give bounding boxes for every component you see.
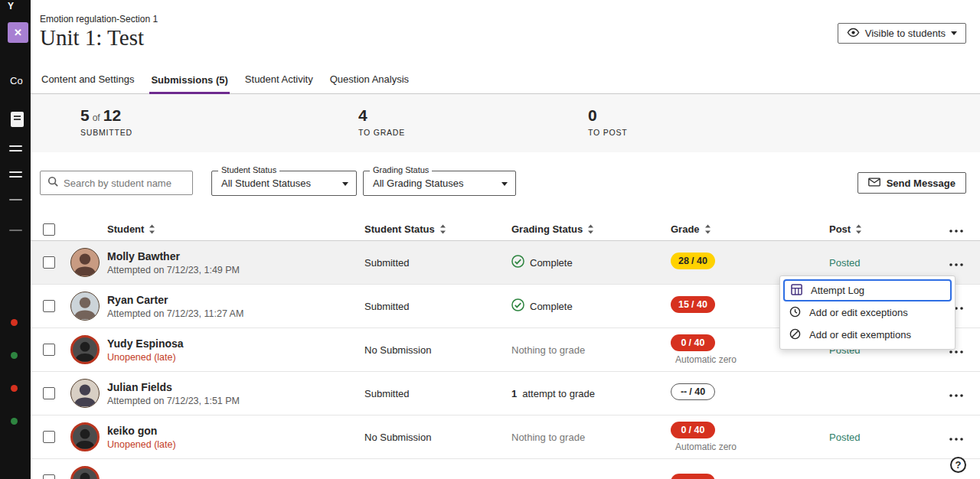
avatar (70, 335, 100, 364)
clock-icon (789, 306, 801, 320)
page-title: Unit 1: Test (40, 25, 144, 51)
grading-status-label: Nothing to grade (511, 344, 585, 356)
avatar (70, 379, 100, 408)
student-cell: Ryan Carter Attempted on 7/12/23, 11:27 … (107, 294, 364, 319)
student-cell: keiko gon Unopened (late) (107, 425, 364, 450)
sort-icon (149, 224, 155, 234)
sort-grading-status[interactable]: Grading Status (511, 223, 665, 235)
table-menu-button[interactable] (945, 220, 968, 238)
sort-icon (855, 224, 862, 234)
grade-pill[interactable] (671, 474, 715, 479)
post-status[interactable]: Posted (829, 257, 913, 269)
grade-header-label: Grade (671, 223, 700, 235)
search-icon (47, 176, 58, 190)
status-dot-green (11, 418, 18, 425)
grading-status-select-label: Grading Status (370, 165, 432, 174)
grading-status-select[interactable]: Grading Status All Grading Statuses (363, 171, 516, 196)
assessment-panel: Emotion regulation-Section 1 Unit 1: Tes… (31, 0, 980, 479)
close-icon: ✕ (14, 27, 22, 38)
menu-lines-icon (9, 171, 22, 173)
student-cell: Yudy Espinosa Unopened (late) (107, 337, 364, 363)
grade-value: 0 (681, 337, 687, 348)
avatar (70, 422, 100, 451)
row-menu-button[interactable] (945, 428, 968, 446)
row-checkbox[interactable] (43, 256, 55, 269)
row-menu-button[interactable] (945, 254, 968, 272)
menu-lines-icon (9, 145, 22, 147)
student-name[interactable]: Molly Bawther (107, 250, 364, 262)
post-status[interactable]: Posted (829, 432, 913, 443)
sort-student[interactable]: Student (107, 223, 364, 235)
row-checkbox[interactable] (43, 387, 55, 399)
grade-cell (665, 471, 829, 479)
grade-pill[interactable]: --/ 40 (671, 383, 715, 400)
grade-note: Automatic zero (671, 354, 829, 365)
student-status-select[interactable]: Student Status All Student Statuses (211, 171, 357, 196)
submitted-count: 5 (80, 106, 90, 125)
sort-student-status[interactable]: Student Status (364, 223, 511, 235)
sort-icon (587, 224, 594, 234)
row-checkbox[interactable] (43, 474, 55, 479)
grade-pill[interactable]: 15/ 40 (671, 296, 715, 313)
visibility-button[interactable]: Visible to students (838, 23, 966, 44)
close-panel-button[interactable]: ✕ (8, 22, 28, 43)
avatar (70, 248, 100, 277)
menu-item-exemptions[interactable]: Add or edit exemptions (783, 324, 952, 346)
table-row[interactable] (31, 459, 980, 479)
grading-status-label: Complete (530, 301, 573, 312)
student-name[interactable]: Yudy Espinosa (107, 337, 364, 350)
send-message-button[interactable]: Send Message (858, 172, 966, 194)
student-status: Submitted (364, 388, 511, 399)
status-dot-red (11, 385, 18, 392)
submitted-total: 12 (103, 106, 121, 125)
row-checkbox[interactable] (43, 431, 55, 443)
stats-band: 5 of 12 SUBMITTED 4 TO GRADE 0 TO POST (31, 94, 980, 152)
grade-pill[interactable]: 28/ 40 (671, 253, 715, 269)
select-all-checkbox[interactable] (43, 223, 55, 236)
divider-line (9, 230, 22, 231)
student-subtext: Attempted on 7/12/23, 1:49 PM (107, 265, 364, 275)
help-button[interactable]: ? (950, 457, 966, 473)
grade-pill[interactable]: 0/ 40 (671, 422, 715, 438)
row-menu-button[interactable] (945, 385, 968, 402)
tab-question-analysis[interactable]: Question Analysis (328, 73, 410, 93)
envelope-icon (868, 178, 880, 189)
chevron-down-icon (951, 31, 957, 35)
breadcrumb[interactable]: Emotion regulation-Section 1 (40, 14, 158, 24)
grade-pill[interactable]: 0/ 40 (671, 334, 715, 351)
sort-post[interactable]: Post (829, 223, 913, 235)
menu-item-exceptions[interactable]: Add or edit exceptions (783, 301, 952, 324)
student-cell: Molly Bawther Attempted on 7/12/23, 1:49… (107, 250, 364, 275)
tab-submissions[interactable]: Submissions (5) (149, 74, 229, 94)
stat-submitted: 5 of 12 SUBMITTED (80, 106, 132, 137)
student-subtext: Attempted on 7/12/23, 1:51 PM (107, 396, 364, 406)
sort-icon (704, 224, 711, 234)
row-checkbox[interactable] (43, 344, 55, 356)
table-row[interactable]: keiko gon Unopened (late) No Submission … (31, 415, 980, 459)
strip-partial-text-top: Y (8, 1, 14, 11)
student-status-header-label: Student Status (364, 223, 435, 235)
to-post-label: TO POST (588, 128, 628, 137)
student-name[interactable]: Ryan Carter (107, 294, 364, 306)
row-checkbox[interactable] (43, 300, 55, 312)
grade-value: 15 (678, 299, 689, 310)
avatar (70, 466, 100, 479)
avatar (70, 292, 100, 321)
grade-max: / 40 (689, 386, 705, 397)
grading-status-label: Nothing to grade (511, 432, 585, 443)
row-menu-button[interactable] (945, 472, 968, 479)
submitted-label: SUBMITTED (80, 128, 132, 137)
student-status: Submitted (364, 257, 511, 269)
visibility-label: Visible to students (865, 28, 946, 39)
sort-grade[interactable]: Grade (665, 223, 829, 235)
student-name[interactable]: Julian Fields (107, 381, 364, 393)
menu-item-attempt-log[interactable]: Attempt Log (783, 279, 952, 301)
eye-icon (847, 28, 860, 40)
table-row[interactable]: Julian Fields Attempted on 7/12/23, 1:51… (31, 372, 980, 415)
student-name[interactable]: keiko gon (107, 425, 364, 437)
tab-content-and-settings[interactable]: Content and Settings (40, 73, 136, 93)
search-input[interactable] (64, 178, 185, 189)
tab-student-activity[interactable]: Student Activity (243, 73, 315, 93)
grade-cell: 28/ 40 (665, 253, 829, 272)
grading-status: Nothing to grade (511, 432, 665, 443)
